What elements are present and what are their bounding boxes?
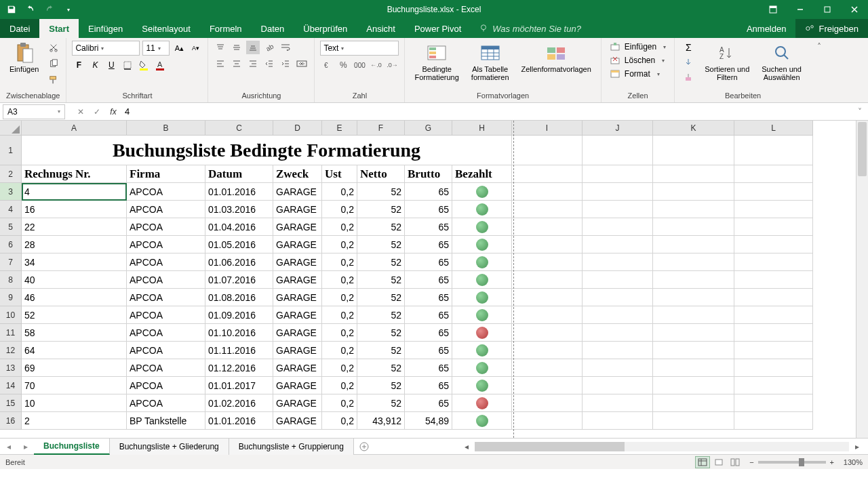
cell[interactable]: 65 xyxy=(405,342,452,359)
cell[interactable]: 65 xyxy=(405,306,452,324)
cell[interactable] xyxy=(583,183,653,201)
cell[interactable]: 16 xyxy=(22,201,127,218)
cell[interactable]: Buchungsliste Bedingte Formatierung xyxy=(22,136,512,165)
cell[interactable]: 0,2 xyxy=(322,342,357,359)
tab-power pivot[interactable]: Power Pivot xyxy=(405,19,471,38)
cell[interactable]: 28 xyxy=(22,236,127,253)
cell[interactable]: GARAGE xyxy=(273,377,322,394)
cell[interactable]: 65 xyxy=(405,183,452,201)
accounting-format-icon[interactable]: € xyxy=(320,58,334,72)
cell[interactable] xyxy=(452,359,512,377)
col-header-I[interactable]: I xyxy=(512,121,583,136)
underline-button[interactable]: U xyxy=(104,58,118,72)
cell[interactable]: 01.01.2016 xyxy=(205,412,273,430)
cell[interactable] xyxy=(583,218,653,236)
cell[interactable] xyxy=(583,165,653,183)
cell[interactable] xyxy=(734,359,813,377)
cell[interactable]: 52 xyxy=(22,306,127,324)
font-color-icon[interactable]: A xyxy=(153,58,167,72)
cell[interactable]: 01.01.2016 xyxy=(205,183,273,201)
cell[interactable] xyxy=(653,236,734,253)
cell[interactable] xyxy=(583,324,653,342)
cell[interactable]: 65 xyxy=(405,271,452,289)
cell[interactable]: 52 xyxy=(357,324,405,342)
row-header-3[interactable]: 3 xyxy=(0,183,22,201)
col-header-B[interactable]: B xyxy=(127,121,205,136)
cell[interactable] xyxy=(734,165,813,183)
col-header-L[interactable]: L xyxy=(734,121,813,136)
cell[interactable] xyxy=(452,236,512,253)
cell[interactable] xyxy=(512,377,583,394)
cell[interactable] xyxy=(583,136,653,165)
cell[interactable]: 01.03.2016 xyxy=(205,201,273,218)
cell[interactable]: GARAGE xyxy=(273,324,322,342)
cell[interactable] xyxy=(452,253,512,271)
autosum-icon[interactable]: Σ xyxy=(680,41,696,54)
cell[interactable]: GARAGE xyxy=(273,253,322,271)
cell[interactable] xyxy=(452,394,512,412)
cell[interactable] xyxy=(452,342,512,359)
cell[interactable] xyxy=(653,136,734,165)
insert-cells-button[interactable]: Einfügen▾ xyxy=(607,41,669,53)
percent-format-icon[interactable]: % xyxy=(336,58,350,72)
cell[interactable] xyxy=(653,394,734,412)
sheet-tab[interactable]: Buchungsliste xyxy=(34,439,110,455)
cell[interactable]: GARAGE xyxy=(273,218,322,236)
cell[interactable] xyxy=(734,253,813,271)
cell[interactable]: Firma xyxy=(127,165,205,183)
formula-bar[interactable] xyxy=(121,104,852,119)
cell[interactable]: 52 xyxy=(357,289,405,306)
cell[interactable]: 0,2 xyxy=(322,306,357,324)
row-header-15[interactable]: 15 xyxy=(0,394,22,412)
cell[interactable]: APCOA xyxy=(127,377,205,394)
cell[interactable]: 65 xyxy=(405,359,452,377)
cell[interactable]: GARAGE xyxy=(273,289,322,306)
cell[interactable]: 01.04.2016 xyxy=(205,218,273,236)
cell[interactable]: APCOA xyxy=(127,306,205,324)
row-header-1[interactable]: 1 xyxy=(0,136,22,165)
cell[interactable] xyxy=(452,271,512,289)
cell[interactable]: 69 xyxy=(22,359,127,377)
zoom-slider[interactable] xyxy=(758,461,826,464)
name-box[interactable]: A3▾ xyxy=(3,104,65,119)
cell[interactable] xyxy=(512,306,583,324)
cell[interactable]: 52 xyxy=(357,236,405,253)
align-left-icon[interactable] xyxy=(214,57,227,70)
cell[interactable] xyxy=(734,136,813,165)
hscroll-left-icon[interactable]: ◂ xyxy=(461,441,472,452)
cell[interactable]: Netto xyxy=(357,165,405,183)
page-layout-view-icon[interactable] xyxy=(711,456,726,468)
cell[interactable]: APCOA xyxy=(127,218,205,236)
cell[interactable]: 2 xyxy=(22,412,127,430)
increase-decimal-icon[interactable]: ←.0 xyxy=(369,58,382,72)
cell[interactable] xyxy=(512,253,583,271)
cell[interactable]: APCOA xyxy=(127,289,205,306)
cell[interactable] xyxy=(583,342,653,359)
row-header-4[interactable]: 4 xyxy=(0,201,22,218)
cell[interactable]: 43,912 xyxy=(357,412,405,430)
col-header-E[interactable]: E xyxy=(322,121,357,136)
align-right-icon[interactable] xyxy=(246,57,260,70)
tab-einfügen[interactable]: Einfügen xyxy=(79,19,132,38)
enter-formula-icon[interactable]: ✓ xyxy=(90,104,104,119)
col-header-G[interactable]: G xyxy=(405,121,452,136)
cell[interactable]: 0,2 xyxy=(322,412,357,430)
ribbon-display-icon[interactable] xyxy=(760,0,787,19)
merge-center-icon[interactable] xyxy=(295,57,309,70)
vertical-scrollbar[interactable] xyxy=(856,121,868,438)
bold-button[interactable]: F xyxy=(72,58,85,72)
cell[interactable]: 01.07.2016 xyxy=(205,271,273,289)
cell[interactable]: 65 xyxy=(405,236,452,253)
cell[interactable]: 01.08.2016 xyxy=(205,289,273,306)
row-header-6[interactable]: 6 xyxy=(0,236,22,253)
zoom-out-icon[interactable]: − xyxy=(749,458,753,466)
cell[interactable] xyxy=(583,253,653,271)
row-header-12[interactable]: 12 xyxy=(0,342,22,359)
grow-font-icon[interactable]: A▴ xyxy=(172,41,186,55)
cell[interactable] xyxy=(734,306,813,324)
cell[interactable]: GARAGE xyxy=(273,412,322,430)
cell[interactable]: APCOA xyxy=(127,236,205,253)
select-all-corner[interactable] xyxy=(0,121,22,136)
cell[interactable]: 0,2 xyxy=(322,377,357,394)
cell[interactable] xyxy=(512,289,583,306)
